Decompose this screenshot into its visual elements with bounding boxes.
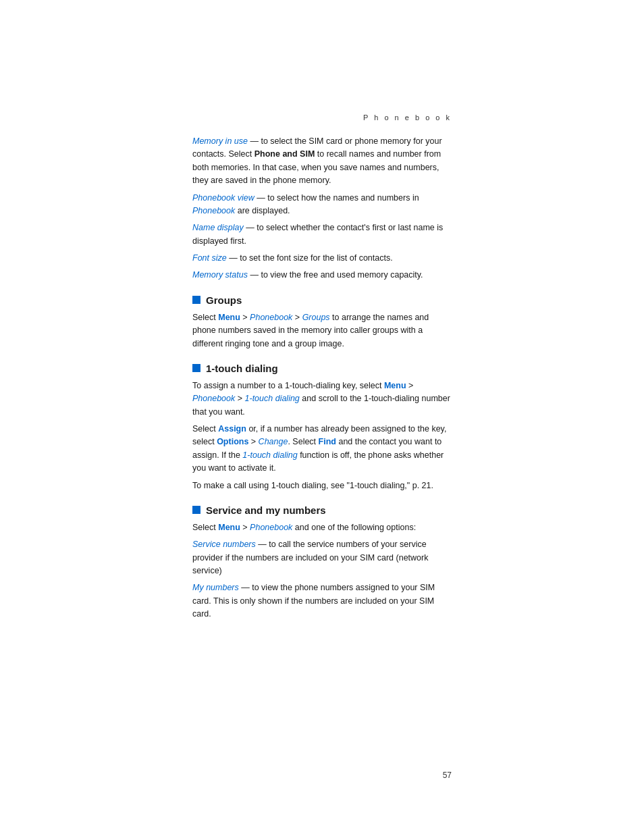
my-numbers-para: My numbers — to view the phone numbers a… [192,581,452,621]
groups-heading: Groups [192,294,452,306]
one-touch-phonebook1: Phonebook [192,394,235,403]
phonebook-view-text: — to select how the names and numbers in [254,193,419,203]
one-touch-assign: Assign [218,424,246,434]
one-touch-para1: To assign a number to a 1-touch-dialing … [192,380,452,419]
one-touch-para2-start: Select [192,424,218,434]
groups-sep1: > [240,313,250,322]
page-number: 57 [443,771,452,780]
one-touch-find: Find [319,437,336,446]
one-touch-sep1: > [406,381,414,390]
name-display-label: Name display [192,223,244,232]
one-touch-options: Options [217,437,248,446]
groups-body-start: Select [192,313,218,322]
phonebook-view-label: Phonebook view [192,193,254,203]
one-touch-link1: 1-touch dialing [245,394,300,403]
one-touch-sep2: > [235,394,244,403]
groups-phonebook-ref: Phonebook [250,313,292,322]
my-numbers-label: My numbers [192,583,239,592]
one-touch-change: Change [259,437,288,446]
service-numbers-label: Service numbers [192,540,256,549]
one-touch-icon [192,364,200,372]
one-touch-title: 1-touch dialing [206,363,278,374]
name-display-para: Name display — to select whether the con… [192,221,452,248]
groups-icon [192,296,200,304]
font-size-para: Font size — to set the font size for the… [192,252,452,265]
phonebook-view-para: Phonebook view — to select how the names… [192,192,452,218]
one-touch-sep3: > [248,437,258,446]
memory-status-text: — to view the free and used memory capac… [248,270,423,280]
font-size-text: — to set the font size for the list of c… [227,253,393,263]
phone-and-sim-ref: Phone and SIM [254,149,315,159]
intro-block: Memory in use — to select the SIM card o… [192,135,452,282]
one-touch-menu1: Menu [384,381,406,390]
one-touch-para1-start: To assign a number to a 1-touch-dialing … [192,381,384,390]
one-touch-para3: To make a call using 1-touch dialing, se… [192,479,452,492]
groups-menu-ref: Menu [218,313,240,322]
memory-in-use-label: Memory in use [192,136,248,146]
phonebook-link: Phonebook [192,206,235,215]
phonebook-view-text2: are displayed. [235,206,290,215]
groups-body: Select Menu > Phonebook > Groups to arra… [192,311,452,350]
one-touch-body: To assign a number to a 1-touch-dialing … [192,380,452,492]
service-heading: Service and my numbers [192,504,452,516]
groups-link-ref: Groups [302,313,330,322]
service-menu-ref: Menu [218,523,240,532]
service-numbers-para: Service numbers — to call the service nu… [192,538,452,577]
service-para1-end: and one of the following options: [292,523,416,532]
main-content: Memory in use — to select the SIM card o… [192,135,452,621]
one-touch-para2-mid2: . Select [288,437,318,446]
page: P h o n e b o o k Memory in use — to sel… [0,0,644,834]
font-size-label: Font size [192,253,227,263]
service-body: Select Menu > Phonebook and one of the f… [192,521,452,621]
service-para1-start: Select [192,523,218,532]
service-title: Service and my numbers [206,504,326,516]
groups-title: Groups [206,294,242,306]
memory-status-para: Memory status — to view the free and use… [192,269,452,282]
service-icon [192,506,200,514]
service-phonebook-ref: Phonebook [250,523,292,532]
memory-in-use-para: Memory in use — to select the SIM card o… [192,135,452,188]
one-touch-para2: Select Assign or, if a number has alread… [192,423,452,475]
page-header: P h o n e b o o k [363,113,452,122]
service-para1: Select Menu > Phonebook and one of the f… [192,521,452,534]
one-touch-link2: 1-touch dialing [242,450,297,460]
service-sep1: > [240,523,250,532]
memory-status-label: Memory status [192,270,248,280]
one-touch-heading: 1-touch dialing [192,363,452,374]
groups-sep2: > [292,313,302,322]
